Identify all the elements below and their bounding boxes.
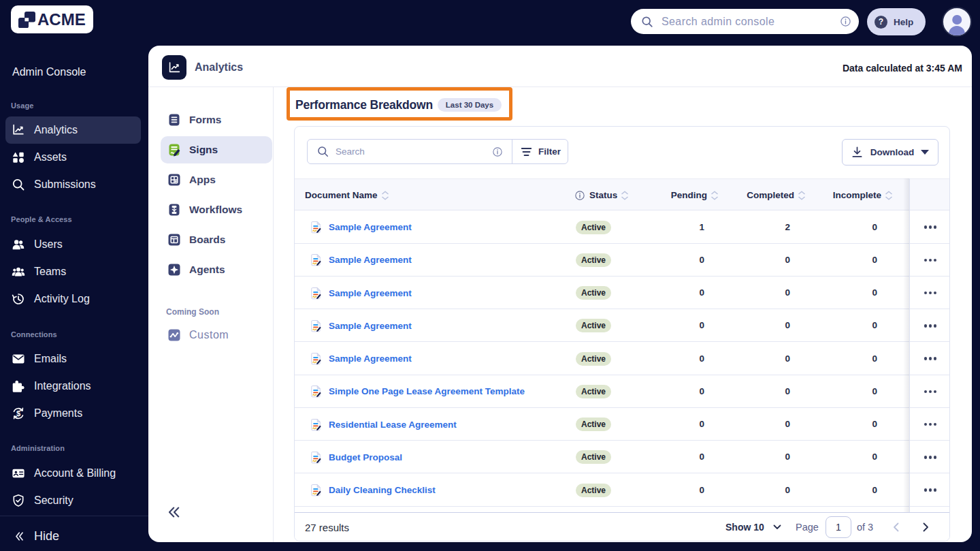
svg-text:$: $	[16, 409, 20, 418]
